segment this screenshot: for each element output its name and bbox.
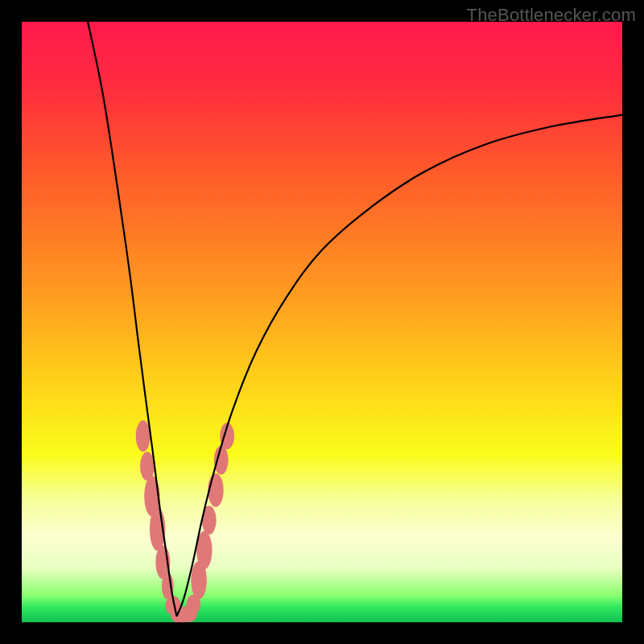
watermark-text: TheBottlenecker.com: [467, 5, 636, 26]
curve-left-branch: [88, 22, 176, 617]
frame: TheBottlenecker.com: [0, 0, 644, 644]
data-marker: [136, 420, 151, 452]
data-marker: [208, 473, 223, 507]
chart-svg: [0, 0, 644, 644]
curve-right-branch: [176, 115, 622, 617]
data-marker: [214, 446, 229, 475]
